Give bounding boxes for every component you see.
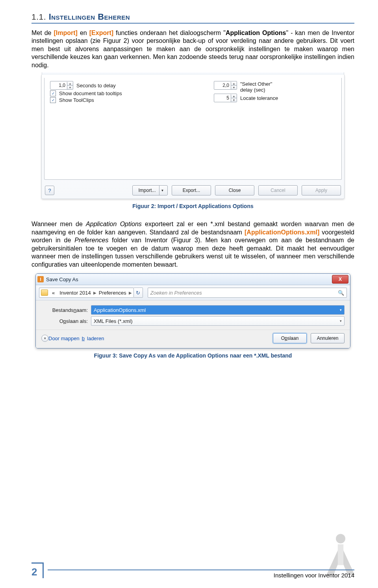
chevron-right-icon: ▶: [93, 291, 96, 295]
filename-label: Bestandsnaam:: [41, 307, 91, 313]
seconds-delay-spinner[interactable]: 1,0▲▼: [50, 81, 73, 90]
chevron-right-icon: ▶: [129, 291, 132, 295]
show-doc-tooltips-checkbox[interactable]: ✓: [50, 90, 56, 96]
spinner-down-icon[interactable]: ▼: [67, 86, 73, 89]
dropdown-caret-icon[interactable]: ▼: [159, 186, 166, 195]
search-icon: 🔍: [338, 290, 344, 296]
show-toolclips-label: Show ToolClips: [59, 97, 94, 103]
spinner-down-icon[interactable]: ▼: [231, 86, 237, 89]
show-doc-tooltips-label: Show document tab tooltips: [59, 90, 122, 96]
help-button[interactable]: ?: [45, 186, 54, 195]
window-titlebar: I Save Copy As X: [36, 274, 350, 285]
cancel-button[interactable]: Cancel: [258, 185, 298, 195]
spinner-up-icon[interactable]: ▲: [231, 82, 237, 86]
svg-rect-1: [338, 544, 343, 565]
dropdown-caret-icon[interactable]: ▾: [340, 319, 342, 323]
preferences-ital: Preferences: [74, 237, 108, 243]
paragraph-2: Wanneer men de Application Options expor…: [32, 220, 354, 269]
filename-input[interactable]: ApplicationOptions.xml▾: [91, 305, 345, 315]
svg-point-0: [336, 534, 345, 544]
search-placeholder: Zoeken in Preferences: [150, 290, 202, 296]
figure-app-options: 1,0▲▼ Seconds to delay ✓ Show document t…: [41, 75, 345, 199]
export-keyword: [Export]: [89, 29, 113, 36]
figure2-caption: Figuur 3: Save Copy As van de Applicatio…: [32, 352, 354, 359]
dialog-name: Application Options: [226, 29, 286, 36]
import-button[interactable]: Import...▼: [132, 185, 168, 195]
figure1-caption: Figuur 2: Import / Export Applications O…: [32, 203, 354, 209]
save-button[interactable]: Opslaan: [273, 333, 307, 343]
section-heading: 1.1. Instellingen Beheren: [32, 12, 354, 24]
spinner-down-icon[interactable]: ▼: [231, 98, 237, 102]
window-title: Save Copy As: [46, 276, 78, 282]
paragraph-1: Met de [Import] en [Export] functies ond…: [32, 29, 354, 69]
heading-title: Instellingen Beheren: [49, 12, 130, 22]
select-other-spinner[interactable]: 2,0▲▼: [214, 81, 237, 90]
breadcrumb-bar[interactable]: « Inventor 2014 ▶ Preferences ▶: [39, 288, 134, 298]
apply-button[interactable]: Apply: [302, 185, 341, 195]
inventor-app-icon: I: [37, 276, 44, 282]
browse-folders-link[interactable]: Door mappen bladeren: [48, 335, 104, 341]
expand-chevron-icon[interactable]: ▾: [41, 335, 48, 342]
heading-num: 1.1.: [32, 12, 46, 21]
import-keyword: [Import]: [54, 29, 78, 36]
refresh-button[interactable]: ↻: [134, 288, 143, 298]
filetype-combo[interactable]: XML Files (*.xml)▾: [91, 316, 345, 326]
close-button[interactable]: Close: [215, 185, 254, 195]
search-input[interactable]: Zoeken in Preferences 🔍: [148, 288, 347, 298]
filetype-label: Opslaan als:: [41, 318, 91, 324]
show-toolclips-checkbox[interactable]: ✓: [50, 97, 56, 103]
close-window-button[interactable]: X: [332, 275, 348, 284]
page-footer: 2 Instellingen voor Inventor 2014: [32, 562, 354, 578]
export-button[interactable]: Export...: [172, 185, 211, 195]
figure-save-copy-as: I Save Copy As X « Inventor 2014 ▶ Prefe…: [35, 273, 350, 348]
crumb-inventor[interactable]: Inventor 2014: [57, 290, 93, 296]
app-options-ital: Application Options: [86, 221, 142, 227]
locate-tolerance-label: Locate tolerance: [240, 95, 278, 101]
filename-keyword: [ApplicationOptions.xml]: [245, 229, 319, 236]
seconds-delay-label: Seconds to delay: [76, 83, 116, 88]
folder-icon: [41, 289, 48, 296]
page-number: 2: [32, 566, 37, 578]
select-other-label: "Select Other"delay (sec): [240, 81, 272, 93]
locate-tolerance-spinner[interactable]: 5▲▼: [214, 94, 237, 102]
cancel-button[interactable]: Annuleren: [311, 333, 345, 343]
footer-text: Instellingen voor Inventor 2014: [274, 572, 354, 579]
spinner-up-icon[interactable]: ▲: [67, 82, 73, 86]
crumb-preferences[interactable]: Preferences: [96, 290, 129, 296]
dropdown-caret-icon[interactable]: ▾: [340, 308, 342, 312]
spinner-up-icon[interactable]: ▲: [231, 94, 237, 98]
